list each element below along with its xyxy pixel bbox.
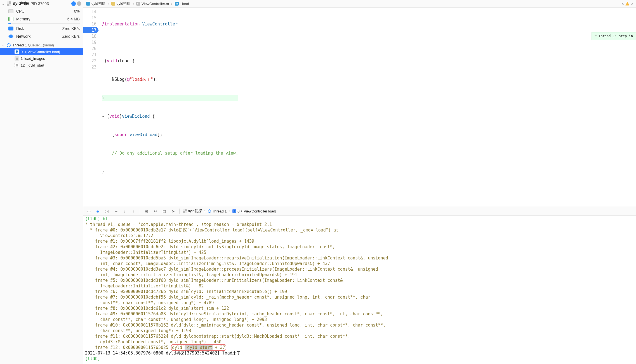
execution-pointer-badge[interactable]: ≡ Thread 1: step in <box>592 32 636 40</box>
network-gauge[interactable]: Network Zero KB/s <box>2 32 81 40</box>
process-icon <box>183 209 187 213</box>
hide-debug-icon[interactable]: ▭ <box>86 209 92 214</box>
file-icon: m <box>136 2 140 6</box>
console-line: frame #10: 0x000000011576b162 dyld`dyld:… <box>85 322 634 328</box>
frame-badge-icon: 👤 <box>232 209 236 213</box>
console-line: frame #4: 0x000000010cdd3ec7 dyld_sim`Im… <box>85 266 634 272</box>
thread-queue: Queue:...(serial) <box>28 43 54 47</box>
console-line: frame #2: 0x000000010cdc6e2c dyld_sim`dy… <box>85 244 634 250</box>
disk-gauge[interactable]: Disk Zero KB/s <box>2 25 81 32</box>
highlighted-frame: dyld`_dyld_start + 37 <box>171 344 226 351</box>
console-line: int, ImageLoader::InitializerTimingList&… <box>85 272 634 278</box>
disk-label: Disk <box>16 26 24 31</box>
crumb-target[interactable]: dyld初探 <box>188 209 202 214</box>
console-line: const**, char const**, unsigned long*) +… <box>85 300 634 306</box>
chevron-down-icon[interactable]: ⌄ <box>2 1 5 6</box>
network-icon <box>8 34 13 38</box>
pause-icon[interactable] <box>77 1 81 6</box>
debug-memory-icon[interactable]: ✂ <box>152 209 158 214</box>
location-icon[interactable]: ➤ <box>170 209 176 214</box>
memory-value: 6.4 MB <box>67 17 80 21</box>
frame-label: _dyld_start <box>26 63 44 67</box>
breakpoints-toggle-icon[interactable]: ◆ <box>95 209 101 214</box>
method-icon: M <box>175 2 179 6</box>
stack-frame-1[interactable]: ⊞ 1 load_images <box>0 55 83 62</box>
code-body[interactable]: @implementation ViewController +(void)lo… <box>99 8 238 207</box>
thread-name: Thread 1 <box>12 43 27 47</box>
console-line: dyld3::MachOLoaded const*, unsigned long… <box>85 339 634 345</box>
console-line: frame #3: 0x000000010cdd5ba5 dyld_sim`Im… <box>85 255 634 261</box>
cpu-icon <box>8 9 13 13</box>
console-line: frame #8: 0x000000010cdc61c2 dyld_sim`st… <box>85 306 634 311</box>
console-line: char const**, char const**, unsigned lon… <box>85 317 634 322</box>
jb-symbol[interactable]: +load <box>180 2 189 6</box>
cpu-label: CPU <box>16 9 25 13</box>
console-line: frame #6: 0x000000010cdc726b dyld_sim`dy… <box>85 289 634 294</box>
thread-icon <box>208 209 211 213</box>
stack-frame-12[interactable]: ⊞ 12 _dyld_start <box>0 62 83 68</box>
console-line: ImageLoader::InitializerTimingList&) + 8… <box>85 283 634 289</box>
memory-bar <box>8 23 80 24</box>
stack-frame-0[interactable]: 👤 0 +[ViewController load] <box>0 48 83 55</box>
console-line: * thread #1, queue = 'com.apple.main-thr… <box>85 222 634 227</box>
step-out-icon[interactable]: ↑ <box>131 209 136 214</box>
continue-icon[interactable]: ▷| <box>104 209 110 214</box>
breakpoint-marker[interactable]: 17 <box>83 27 99 33</box>
lldb-prompt[interactable]: (lldb) <box>85 356 634 361</box>
cpu-value: 0% <box>74 9 80 13</box>
frame-label: load_images <box>24 56 45 61</box>
back-icon[interactable]: < <box>622 2 624 6</box>
console-line: frame #12: 0x0000000115765025 dyld`_dyld… <box>85 345 634 350</box>
console-line: char const**, unsigned long*) + 1198 <box>85 328 634 334</box>
debug-crumb[interactable]: dyld初探 Thread 1 👤 0 +[ViewController loa… <box>183 209 276 214</box>
crumb-frame[interactable]: 0 +[ViewController load] <box>237 209 276 213</box>
main-area: dyld初探 dyld初探 mViewController.m M+load <… <box>83 0 636 364</box>
frame-index: 1 <box>21 56 23 61</box>
thread-row[interactable]: ⌄ Thread 1 Queue:...(serial) <box>0 42 83 48</box>
memory-label: Memory <box>16 17 30 21</box>
disk-icon <box>8 27 13 30</box>
console-line: frame #1: 0x00007fff20181ff2 libobjc.A.d… <box>85 238 634 244</box>
thread-badge-text: Thread 1: step in <box>599 33 633 39</box>
gauges: CPU 0% Memory 6.4 MB Disk Zero KB/s Netw… <box>0 7 83 40</box>
frame-label: +[ViewController load] <box>24 50 60 54</box>
forward-icon[interactable]: > <box>631 2 633 6</box>
console-line: frame #9: 0x000000011576da88 dyld`dyld::… <box>85 311 634 317</box>
console-line: frame #5: 0x000000010cdd3f68 dyld_sim`Im… <box>85 278 634 283</box>
jb-project[interactable]: dyld初探 <box>91 1 105 6</box>
network-label: Network <box>16 34 30 39</box>
code-editor[interactable]: 14 15 16 17 18 19 20 21 22 23 @implement… <box>83 8 636 207</box>
hamburger-icon: ≡ <box>595 33 596 39</box>
step-over-icon[interactable]: ⤻ <box>113 209 119 214</box>
chevron-down-icon[interactable]: ⌄ <box>2 43 5 47</box>
debug-view-icon[interactable]: ▣ <box>143 209 149 214</box>
environment-icon[interactable]: ▤ <box>161 209 167 214</box>
warning-icon[interactable] <box>625 2 629 6</box>
console-line: (lldb) bt <box>85 216 634 222</box>
jump-bar[interactable]: dyld初探 dyld初探 mViewController.m M+load <… <box>83 0 636 8</box>
console-line: int, char const*, ImageLoader::Initializ… <box>85 261 634 266</box>
console-line: frame #11: 0x0000000115765224 dyld`dyldb… <box>85 334 634 339</box>
process-name: dyld初探 <box>13 1 29 6</box>
process-header[interactable]: ⌄ dyld初探 PID 37993 <box>0 0 83 7</box>
crumb-thread[interactable]: Thread 1 <box>212 209 227 213</box>
process-pid: PID 37993 <box>30 1 49 6</box>
network-value: Zero KB/s <box>62 34 80 39</box>
console-line: ImageLoader::InitializerTimingList*) + 4… <box>85 250 634 255</box>
console-line: * frame #0: 0x000000010cdb2e17 dyld初探`+[… <box>85 227 634 233</box>
info-icon[interactable] <box>71 1 76 6</box>
step-into-icon[interactable]: ↓ <box>122 209 128 214</box>
jb-file[interactable]: ViewController.m <box>142 2 169 6</box>
memory-gauge[interactable]: Memory 6.4 MB <box>2 15 81 23</box>
console-line: ViewController.m:17:2 <box>85 233 634 238</box>
thread-icon <box>7 43 11 47</box>
frame-badge-icon: ⊞ <box>15 56 19 61</box>
lldb-console[interactable]: (lldb) bt * thread #1, queue = 'com.appl… <box>83 216 636 364</box>
line-gutter[interactable]: 14 15 16 17 18 19 20 21 22 23 <box>83 8 99 207</box>
jb-folder[interactable]: dyld初探 <box>117 1 131 6</box>
jump-bar-nav: < > <box>622 2 633 6</box>
folder-icon <box>111 2 115 6</box>
process-icon <box>7 1 11 6</box>
memory-icon <box>8 17 13 21</box>
cpu-gauge[interactable]: CPU 0% <box>2 7 81 15</box>
